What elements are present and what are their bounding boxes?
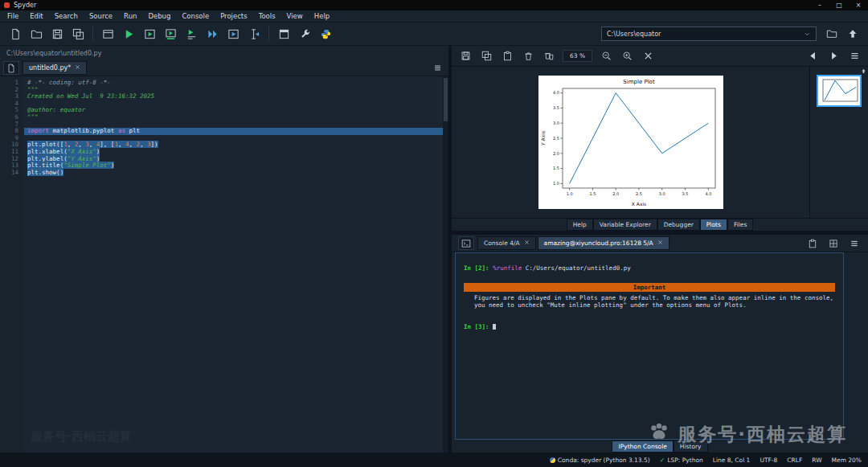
pane-tab-variable-explorer[interactable]: Variable Explorer [593,219,657,231]
status-check[interactable]: ✓LSP: Python [660,457,703,464]
menu-search[interactable]: Search [49,10,84,22]
menu-debug[interactable]: Debug [142,10,176,22]
editor-options-icon[interactable] [433,63,442,72]
maximize-pane-icon [278,28,290,40]
terminal-icon[interactable] [458,236,474,250]
plot-thumbnail[interactable] [817,75,862,107]
menu-file[interactable]: File [2,10,24,22]
line-number: 6 [0,114,24,121]
code-line-1[interactable]: 1# -*- coding: utf-8 -*- [0,80,448,87]
status-text: Conda: spyder (Python 3.13.5) [558,457,650,464]
code-text: import matplotlib.pyplot as plt [24,128,448,135]
minimize-button[interactable]: – [810,0,829,10]
close-button[interactable]: × [849,0,868,10]
code-line-14[interactable]: 14plt.show() [0,170,448,177]
status-text: Mem 20% [832,457,862,464]
code-line-5[interactable]: 5@author: equator [0,107,448,114]
maximize-button[interactable]: □ [829,0,849,10]
editor-tab[interactable]: untitled0.py* [23,61,87,75]
zoom-out-button[interactable] [596,47,616,66]
next-plot-button[interactable] [823,47,844,66]
run-cell-button[interactable] [139,24,160,43]
menu-run[interactable]: Run [118,10,142,22]
previous-plot-button[interactable] [802,47,823,66]
save-plot-button[interactable] [455,47,476,66]
debug-file-button[interactable] [202,24,223,43]
debug-selection-button[interactable] [244,24,264,43]
window-title: Spyder [14,2,36,9]
zoom-level-label[interactable]: 63 % [563,50,592,62]
status-utf-8[interactable]: UTF-8 [760,457,777,464]
menu-tools[interactable]: Tools [253,10,281,22]
copy-plot-icon [502,51,513,61]
save-file-button[interactable] [47,24,68,43]
debug-cell-button[interactable] [223,24,244,43]
run-cell-advance-button[interactable] [160,24,181,43]
close-plot-button[interactable] [637,47,658,66]
new-file-button[interactable] [5,24,26,43]
zoom-in-button[interactable] [616,47,637,66]
status-python[interactable]: Conda: spyder (Python 3.13.5) [550,457,650,464]
copy-plot-button[interactable] [497,47,518,66]
remove-plot-button[interactable] [518,47,538,66]
pane-tab-help[interactable]: Help [567,219,593,231]
code-line-6[interactable]: 6""" [0,114,448,121]
bottom-tab-history[interactable]: History [674,440,708,453]
close-tab-icon[interactable] [75,64,80,72]
console-options-button[interactable] [844,234,865,253]
line-number: 5 [0,107,24,114]
run-file-icon [123,28,135,40]
bottom-tab-ipython-console[interactable]: IPython Console [612,440,673,453]
save-all-button[interactable] [68,24,88,43]
file-switcher-icon[interactable] [3,61,19,75]
close-tab-icon[interactable] [657,240,663,247]
maximize-pane-button[interactable] [273,24,294,43]
code-line-3[interactable]: 3Created on Wed Jul 9 23:16:32 2025 [0,93,448,100]
menu-console[interactable]: Console [176,10,215,22]
preferences-button[interactable] [294,24,315,43]
status-mem-20-[interactable]: Mem 20% [832,457,862,464]
pane-tab-plots[interactable]: Plots [700,219,727,231]
editor-scrollbar[interactable] [443,76,448,453]
plot-thumbnail-figure [818,76,860,105]
python-path-button[interactable] [315,24,336,43]
menu-help[interactable]: Help [309,10,335,22]
editor-scrollbar-thumb[interactable] [444,78,448,121]
run-selection-button[interactable] [181,24,202,43]
status-line-8-col-1[interactable]: Line 8, Col 1 [713,457,751,464]
close-tab-icon[interactable] [524,240,530,247]
working-directory-input[interactable]: C:\Users\equator [601,27,817,41]
menu-view[interactable]: View [281,10,309,22]
open-file-button[interactable] [26,24,47,43]
plots-toolbar: 63 % [452,46,868,67]
console-warning-text: Figures are displayed in the Plots pane … [474,294,835,309]
code-editor[interactable]: 1# -*- coding: utf-8 -*-2"""3Created on … [0,76,448,453]
console-tab-2[interactable]: amazing@xiyuncloud.pro:16128 5/A [538,236,669,250]
console-tab-1[interactable]: Console 4/A [477,236,536,250]
ipython-console[interactable]: In [2]: %runfile C:/Users/equator/untitl… [455,252,844,440]
thumbnails-scroll-up-icon[interactable] [861,68,866,74]
copy-console-button[interactable] [802,234,823,253]
run-file-button[interactable] [118,24,139,43]
console-prompt[interactable]: In [3]: [464,323,835,330]
menu-projects[interactable]: Projects [215,10,253,22]
code-line-13[interactable]: 13plt.title("Simple Plot") [0,162,448,170]
status-crlf[interactable]: CRLF [787,457,802,464]
remove-all-plots-button[interactable] [538,47,559,66]
console-env-button[interactable] [823,234,844,253]
editor-tab-label: untitled0.py* [29,64,71,72]
pane-tab-debugger[interactable]: Debugger [657,219,700,231]
new-cell-button[interactable] [97,24,118,43]
code-line-8[interactable]: 8import matplotlib.pyplot as plt [0,128,448,135]
browse-folder-button[interactable] [821,24,842,43]
pane-tab-files[interactable]: Files [727,219,753,231]
plot-canvas[interactable]: 1.01.52.02.53.03.54.01.01.52.02.53.03.54… [452,67,810,218]
plots-options-button[interactable] [844,47,865,66]
menu-source[interactable]: Source [84,10,118,22]
status-rw[interactable]: RW [812,457,821,464]
save-all-plots-button[interactable] [476,47,497,66]
go-up-button[interactable] [842,24,863,43]
svg-text:2.0: 2.0 [612,191,619,196]
chevron-down-icon[interactable] [804,31,811,38]
menu-edit[interactable]: Edit [24,10,48,22]
